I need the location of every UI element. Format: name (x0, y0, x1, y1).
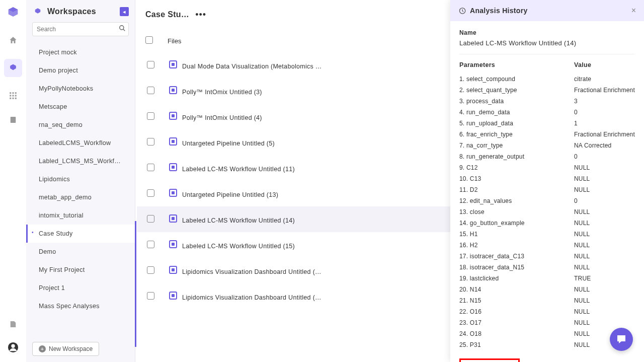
workspace-item[interactable]: Case Study (26, 225, 135, 243)
analysis-file-icon (169, 137, 177, 146)
param-row: 6. frac_enrich_typeFractional Enrichment (459, 129, 635, 140)
apps-grid-icon[interactable] (8, 90, 19, 101)
param-row: 16. H2NULL (459, 240, 635, 251)
param-row: 17. isotracer_data_C13NULL (459, 251, 635, 262)
param-value: citrate (574, 76, 635, 83)
user-avatar-icon[interactable] (8, 342, 19, 353)
svg-rect-0 (10, 92, 11, 94)
workspace-item[interactable]: metab_app_demo (26, 188, 135, 206)
param-value: 0 (574, 153, 635, 160)
param-value: NULL (574, 319, 635, 326)
collapse-sidebar-icon[interactable]: ◂ (120, 7, 129, 16)
search-icon[interactable] (119, 25, 126, 33)
upload-icon[interactable] (8, 319, 19, 330)
param-row: 2. select_quant_typeFractional Enrichmen… (459, 85, 635, 96)
row-checkbox[interactable] (147, 87, 154, 94)
workspace-search-input[interactable] (32, 22, 129, 36)
param-key: 9. C12 (459, 164, 574, 171)
param-row: 5. run_upload_data1 (459, 118, 635, 129)
param-row: 4. run_demo_data0 (459, 107, 635, 118)
param-value: TRUE (574, 275, 635, 282)
workspace-item[interactable]: Demo (26, 243, 135, 261)
param-value: NULL (574, 308, 635, 315)
param-key: 19. lastclicked (459, 275, 574, 282)
analysis-file-icon (169, 112, 177, 120)
param-row: 7. na_corr_typeNA Corrected (459, 140, 635, 151)
new-workspace-button[interactable]: +New Workspace (32, 342, 99, 356)
param-key: 17. isotracer_data_C13 (459, 253, 574, 260)
param-key: 6. frac_enrich_type (459, 131, 574, 138)
workspaces-icon[interactable] (4, 59, 22, 77)
param-value: NULL (574, 253, 635, 260)
param-key: 14. go_button_example (459, 220, 574, 227)
row-checkbox[interactable] (147, 215, 154, 223)
workspace-header-icon (33, 7, 42, 16)
row-checkbox[interactable] (147, 138, 154, 146)
select-all-checkbox[interactable] (145, 36, 153, 44)
sidebar-title: Workspaces (47, 7, 115, 16)
param-row: 19. lastclickedTRUE (459, 273, 635, 284)
chat-bubble-icon[interactable] (610, 328, 633, 351)
workspace-item[interactable]: Labled_LCMS_MS_Workf… (26, 152, 135, 170)
param-key: 15. H1 (459, 231, 574, 238)
analysis-file-icon (169, 214, 177, 223)
workspace-item[interactable]: Project 1 (26, 279, 135, 297)
home-icon[interactable] (8, 35, 19, 46)
analysis-name: Labeled LC-MS Workflow Untitled (14) (459, 39, 635, 54)
more-actions-icon[interactable]: ••• (195, 10, 206, 20)
param-key: 16. H2 (459, 242, 574, 249)
param-row: 22. O16NULL (459, 306, 635, 317)
close-panel-icon[interactable]: × (631, 6, 636, 15)
panel-title: Analysis History (470, 7, 627, 15)
row-checkbox[interactable] (147, 241, 154, 248)
param-row: 11. D2NULL (459, 184, 635, 195)
analysis-file-icon (169, 163, 177, 171)
param-key: 5. run_upload_data (459, 120, 574, 127)
name-label: Name (459, 29, 635, 36)
analysis-file-icon (169, 60, 177, 68)
row-checkbox[interactable] (147, 164, 154, 171)
workspace-item[interactable]: My First Project (26, 261, 135, 279)
workspace-item[interactable]: Project mock (26, 43, 135, 61)
row-checkbox[interactable] (147, 112, 154, 120)
param-row: 1. select_compoundcitrate (459, 74, 635, 85)
param-value: 1 (574, 120, 635, 127)
svg-rect-2 (15, 92, 17, 94)
workspace-item[interactable]: intomix_tutorial (26, 206, 135, 225)
row-checkbox[interactable] (147, 189, 154, 197)
param-key: 22. O16 (459, 308, 574, 315)
param-row: 9. C12NULL (459, 162, 635, 173)
param-value: NA Corrected (574, 142, 635, 149)
workspace-item[interactable]: LabeledLCMS_Workflow (26, 134, 135, 152)
param-row: 14. go_button_exampleNULL (459, 218, 635, 229)
svg-rect-9 (11, 117, 16, 123)
svg-rect-1 (13, 92, 14, 94)
param-value: NULL (574, 186, 635, 193)
param-row: 12. edit_na_values0 (459, 195, 635, 206)
row-checkbox[interactable] (147, 266, 154, 274)
workspace-item[interactable]: Mass Spec Analyses (26, 297, 135, 315)
workspace-item[interactable]: rna_seq_demo (26, 116, 135, 134)
param-row: 3. process_data3 (459, 96, 635, 107)
row-checkbox[interactable] (147, 61, 154, 68)
param-row: 15. H1NULL (459, 229, 635, 240)
param-value: NULL (574, 264, 635, 271)
workspace-item[interactable]: Metscape (26, 98, 135, 116)
param-value: 0 (574, 109, 635, 116)
param-key: 10. C13 (459, 175, 574, 182)
workspace-item[interactable]: MyPollyNotebooks (26, 80, 135, 98)
row-checkbox[interactable] (147, 292, 154, 300)
workspace-item[interactable]: Lipidomics (26, 170, 135, 188)
param-row: 10. C13NULL (459, 173, 635, 184)
new-workspace-label: New Workspace (49, 345, 93, 352)
param-row: 25. P31NULL (459, 339, 635, 350)
param-key: 13. close (459, 208, 574, 215)
svg-rect-8 (15, 98, 17, 99)
param-key: 2. select_quant_type (459, 87, 574, 94)
workspace-item[interactable]: Demo project (26, 61, 135, 80)
analysis-file-icon (169, 266, 177, 274)
data-icon[interactable] (8, 114, 19, 125)
param-row: 24. O18NULL (459, 328, 635, 339)
svg-point-12 (120, 26, 124, 30)
svg-rect-3 (10, 95, 11, 97)
